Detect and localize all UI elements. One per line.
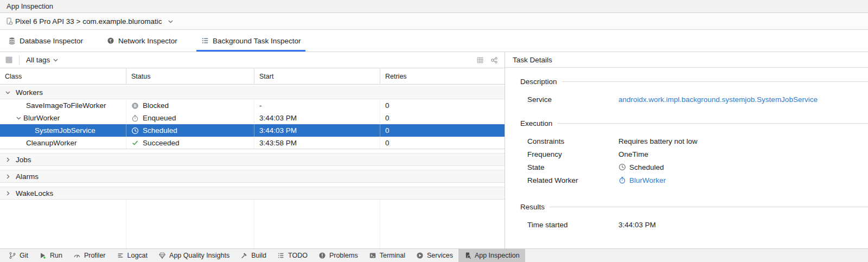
toolwindow-button-git[interactable]: Git [3,249,34,262]
detail-label: Time started [527,221,618,229]
stop-inspector-button[interactable] [5,56,12,63]
tab-background[interactable]: Background Task Inspector [196,30,306,52]
empty-cell [126,200,254,248]
group-label: WakeLocks [16,189,53,197]
detail-row-service: Serviceandroidx.work.impl.background.sys… [520,93,868,106]
chevron-down-icon[interactable] [5,90,11,95]
class-name: SaveImageToFileWorker [26,101,106,110]
todo-list-icon [277,252,285,259]
status-cell: Succeeded [126,137,254,149]
group-row-alarms[interactable]: Alarms [0,170,505,183]
toolwindow-button-label: Run [50,252,62,259]
column-header-status[interactable]: Status [126,68,254,84]
problems-icon [318,252,326,259]
git-branch-icon [9,252,16,259]
start-cell: - [254,99,380,112]
toolwindow-button-logcat[interactable]: Logcat [111,249,154,262]
table-row-blurworker[interactable]: BlurWorkerEnqueued3:44:03 PM0 [0,112,505,124]
detail-value[interactable]: BlurWorker [618,176,666,184]
toolwindow-button-problems[interactable]: Problems [313,249,363,262]
graph-view-button[interactable] [489,55,499,65]
retries-cell: 0 [380,137,505,149]
column-header-class[interactable]: Class [0,68,126,84]
group-row-workers[interactable]: Workers [0,86,505,99]
app-inspection-icon [464,252,471,259]
task-list-icon [201,37,209,44]
group-row-jobs[interactable]: Jobs [0,153,505,166]
toolwindow-button-build[interactable]: Build [235,249,272,262]
toolwindow-button-app-quality-insights[interactable]: App Quality Insights [153,249,235,262]
group-row-wakelocks[interactable]: WakeLocks [0,187,505,200]
table-view-button[interactable] [475,55,485,65]
chevron-right-icon[interactable] [5,174,11,180]
detail-value-text[interactable]: androidx.work.impl.background.systemjob.… [618,95,818,104]
services-icon [416,252,424,259]
column-header-start[interactable]: Start [254,68,380,84]
toolwindow-button-label: Git [20,252,28,259]
chevron-right-icon[interactable] [5,157,11,163]
toolwindow-button-services[interactable]: Services [411,249,458,262]
group-label: Alarms [16,172,39,181]
empty-cell [380,200,505,248]
start-cell: 3:44:03 PM [254,112,380,124]
stopwatch-icon [618,176,626,184]
class-cell: CleanupWorker [0,137,126,149]
chevron-down-icon[interactable] [168,18,174,24]
task-table-panel: All tags ClassStatusStartRetries Workers… [0,52,505,248]
device-process-selector[interactable]: Pixel 6 Pro API 33 > com.example.bluroma… [15,17,162,25]
column-header-retries[interactable]: Retries [380,68,505,84]
detail-value: OneTime [618,150,648,158]
detail-value: Requires battery not low [618,137,698,145]
empty-cell [254,200,380,248]
network-globe-icon [107,37,114,44]
all-tags-dropdown[interactable]: All tags [26,56,59,64]
table-body: WorkersSaveImageToFileWorkerBlocked-0Blu… [0,85,505,248]
retries-cell: 0 [380,99,505,112]
table-row-cleanupworker[interactable]: CleanupWorkerSucceeded3:43:58 PM0 [0,137,505,149]
pause-circle-icon [131,102,139,110]
check-icon [131,139,139,146]
detail-value[interactable]: androidx.work.impl.background.systemjob.… [618,95,818,104]
inspector-tabs-bar: Database InspectorNetwork InspectorBackg… [0,30,868,52]
toolwindow-button-app-inspection[interactable]: App Inspection [458,249,525,262]
toolwindow-button-terminal[interactable]: Terminal [363,249,411,262]
status-cell: Enqueued [126,112,254,124]
table-row-systemjobservice[interactable]: SystemJobServiceScheduled3:44:03 PM0 [0,124,505,137]
toolwindow-button-run[interactable]: Run [34,249,68,262]
tab-database[interactable]: Database Inspector [3,30,88,52]
toolbar-separator [19,55,20,65]
toolwindow-button-label: TODO [288,252,308,259]
section-title-text: Execution [520,119,552,127]
start-text: 3:44:03 PM [259,126,297,135]
terminal-icon [369,252,376,259]
detail-label: Service [527,95,618,104]
detail-row-time-started: Time started3:44:03 PM [520,218,868,231]
status-cell: Scheduled [126,124,254,137]
detail-value-text[interactable]: BlurWorker [629,176,666,184]
table-row-saveimagetofileworker[interactable]: SaveImageToFileWorkerBlocked-0 [0,99,505,112]
detail-label: Frequency [527,150,618,158]
group-label: Jobs [16,156,31,164]
status-text: Enqueued [143,114,176,122]
toolwindow-button-todo[interactable]: TODO [272,249,313,262]
toolwindow-button-profiler[interactable]: Profiler [68,249,111,262]
status-text: Scheduled [143,126,177,135]
detail-value-text: Scheduled [629,163,664,171]
table-toolbar: All tags [0,52,505,68]
chevron-down-icon[interactable] [14,115,23,121]
status-text: Succeeded [143,139,180,147]
section-title-text: Description [520,78,557,86]
detail-row-constraints: ConstraintsRequires battery not low [520,135,868,148]
retries-text: 0 [385,101,390,110]
all-tags-label: All tags [26,56,50,64]
details-body: DescriptionServiceandroidx.work.impl.bac… [505,68,868,248]
chevron-down-icon [53,57,59,63]
detail-row-related-worker: Related WorkerBlurWorker [520,174,868,187]
tab-network[interactable]: Network Inspector [102,30,182,52]
class-name: CleanupWorker [26,139,77,147]
retries-text: 0 [385,126,390,135]
chevron-right-icon[interactable] [5,190,11,196]
section-rule [557,123,868,124]
detail-value-text: 3:44:03 PM [618,221,656,229]
toolwindow-button-label: Problems [329,252,358,259]
